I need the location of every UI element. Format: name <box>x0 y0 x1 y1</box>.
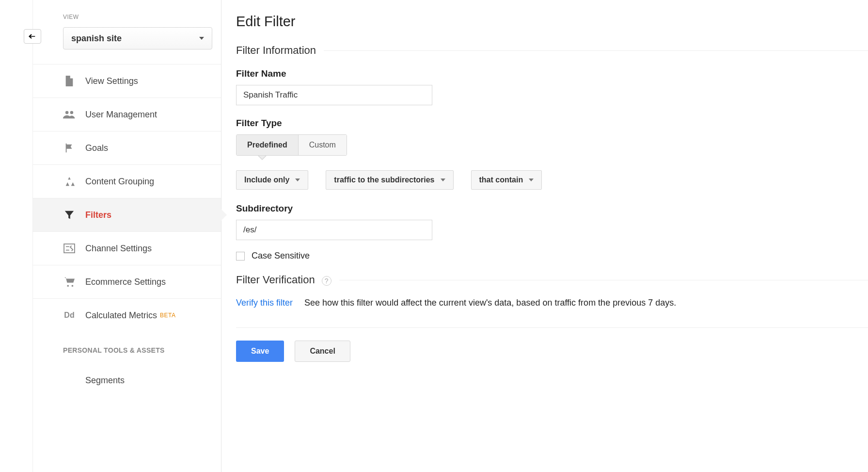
sidebar-item-filters[interactable]: Filters <box>33 198 221 232</box>
subdirectory-label: Subdirectory <box>236 203 868 214</box>
button-row: Save Cancel <box>236 341 868 362</box>
metrics-icon: Dd <box>63 309 76 322</box>
verify-row: Verify this filter See how this filter w… <box>236 298 868 308</box>
caret-down-icon <box>529 179 534 181</box>
dropdown-label: that contain <box>479 176 523 184</box>
svg-point-0 <box>65 111 69 114</box>
case-sensitive-checkbox[interactable] <box>236 252 245 260</box>
sidebar-nav: View Settings User Management Goals Cont… <box>33 64 221 332</box>
tab-predefined[interactable]: Predefined <box>237 135 299 155</box>
sidebar-item-content-grouping[interactable]: Content Grouping <box>33 165 221 198</box>
sidebar: VIEW spanish site View Settings User Man… <box>32 0 221 472</box>
section-divider <box>339 280 868 280</box>
traffic-dropdown[interactable]: traffic to the subdirectories <box>326 170 453 190</box>
filter-dropdown-row: Include only traffic to the subdirectori… <box>236 170 868 190</box>
sidebar-item-label: Segments <box>85 375 125 386</box>
cancel-button[interactable]: Cancel <box>295 341 350 362</box>
dropdown-label: Include only <box>244 176 289 184</box>
sidebar-item-goals[interactable]: Goals <box>33 131 221 165</box>
channel-icon <box>63 242 76 255</box>
section-divider <box>324 50 868 51</box>
main-content: Edit Filter Filter Information Filter Na… <box>221 0 868 472</box>
personal-tools-heading: PERSONAL TOOLS & ASSETS <box>33 332 221 364</box>
people-icon <box>63 108 76 121</box>
svg-rect-2 <box>64 244 75 253</box>
svg-point-3 <box>67 285 69 287</box>
section-filter-information: Filter Information <box>236 44 868 57</box>
svg-point-4 <box>72 285 74 287</box>
filter-type-tabs: Predefined Custom <box>236 134 347 156</box>
sidebar-item-label: Goals <box>85 143 108 153</box>
sidebar-item-label: Ecommerce Settings <box>85 277 166 287</box>
case-sensitive-row: Case Sensitive <box>236 251 868 261</box>
sidebar-item-label: View Settings <box>85 76 138 86</box>
tab-pointer-icon <box>258 156 267 160</box>
tab-custom[interactable]: Custom <box>299 135 347 155</box>
back-button[interactable] <box>24 29 41 44</box>
filter-name-input[interactable] <box>236 85 432 105</box>
grouping-icon <box>63 175 76 188</box>
filter-icon <box>63 209 76 221</box>
flag-icon <box>63 142 76 154</box>
subdirectory-input[interactable] <box>236 220 432 240</box>
sidebar-item-label: User Management <box>85 110 157 120</box>
back-arrow-icon <box>28 33 37 40</box>
save-button[interactable]: Save <box>236 341 284 362</box>
filter-name-label: Filter Name <box>236 68 868 79</box>
sidebar-item-label: Filters <box>85 210 111 220</box>
sidebar-item-label: Calculated Metrics <box>85 310 157 321</box>
verify-filter-link[interactable]: Verify this filter <box>236 298 293 308</box>
case-sensitive-label: Case Sensitive <box>252 251 310 261</box>
sidebar-item-label: Channel Settings <box>85 244 152 254</box>
segments-icon <box>63 374 76 387</box>
view-heading: VIEW <box>33 14 221 20</box>
sidebar-item-view-settings[interactable]: View Settings <box>33 64 221 98</box>
help-icon[interactable]: ? <box>322 276 331 286</box>
section-filter-verification: Filter Verification ? <box>236 274 868 286</box>
beta-badge: BETA <box>160 312 175 319</box>
view-selector[interactable]: spanish site <box>63 27 212 49</box>
sidebar-item-channel-settings[interactable]: Channel Settings <box>33 232 221 265</box>
filter-type-label: Filter Type <box>236 118 868 129</box>
contain-dropdown[interactable]: that contain <box>471 170 542 190</box>
divider <box>236 327 868 328</box>
caret-down-icon <box>441 179 445 181</box>
section-label: Filter Verification ? <box>236 274 331 286</box>
sidebar-item-label: Content Grouping <box>85 177 154 187</box>
verify-description: See how this filter would affect the cur… <box>304 298 676 308</box>
sidebar-item-user-management[interactable]: User Management <box>33 98 221 131</box>
dropdown-label: traffic to the subdirectories <box>334 176 434 184</box>
layout: VIEW spanish site View Settings User Man… <box>0 0 868 472</box>
sidebar-item-segments[interactable]: Segments <box>33 364 221 397</box>
include-dropdown[interactable]: Include only <box>236 170 308 190</box>
section-label: Filter Information <box>236 44 316 57</box>
view-selector-value: spanish site <box>71 33 122 44</box>
sidebar-item-ecommerce-settings[interactable]: Ecommerce Settings <box>33 265 221 299</box>
caret-down-icon <box>199 37 204 40</box>
cart-icon <box>63 276 76 288</box>
svg-point-1 <box>70 111 74 114</box>
caret-down-icon <box>295 179 300 181</box>
page-title: Edit Filter <box>236 14 868 30</box>
document-icon <box>63 75 76 87</box>
section-label-text: Filter Verification <box>236 274 315 286</box>
sidebar-item-calculated-metrics[interactable]: Dd Calculated Metrics BETA <box>33 299 221 332</box>
